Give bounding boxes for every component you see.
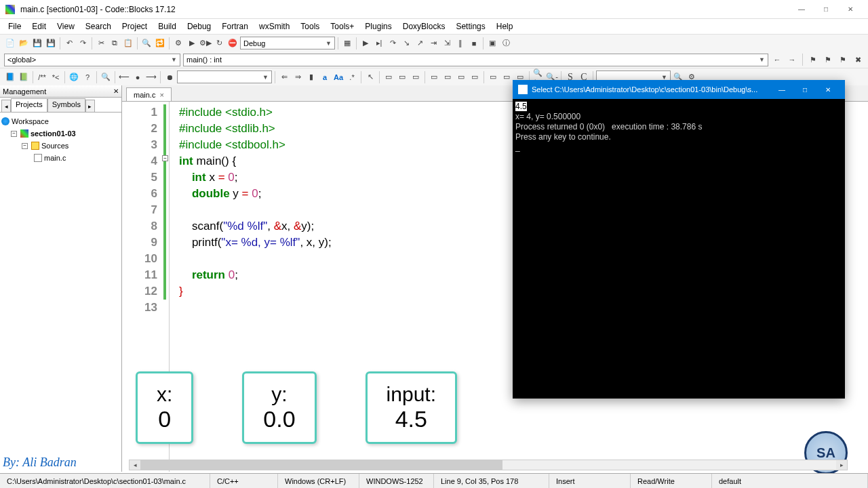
menu-view[interactable]: View	[52, 20, 80, 33]
console-window[interactable]: Select C:\Users\Administrator\Desktop\c\…	[513, 80, 845, 399]
build-run-icon[interactable]: ⚙▶	[199, 37, 212, 49]
tab-symbols[interactable]: Symbols	[47, 98, 85, 112]
fold-icon[interactable]: −	[162, 155, 168, 161]
doxy-run-icon[interactable]: 📗	[18, 71, 30, 83]
menu-doxyblocks[interactable]: DoxyBlocks	[397, 20, 451, 33]
abort-icon[interactable]: ⛔	[226, 37, 239, 49]
select-icon[interactable]: ↖	[364, 71, 376, 83]
debug-toggle-icon[interactable]: ▦	[341, 37, 353, 49]
cut-icon[interactable]: ✂	[95, 37, 107, 49]
doxy-html-icon[interactable]: 🌐	[68, 71, 80, 83]
comment-block-icon[interactable]: /**	[36, 71, 48, 83]
build-icon[interactable]: ⚙	[172, 37, 184, 49]
collapse-icon[interactable]: −	[11, 131, 17, 137]
block8-icon[interactable]: ▭	[487, 71, 499, 83]
regex-icon[interactable]: .*	[346, 71, 358, 83]
menu-wxsmith[interactable]: wxSmith	[254, 20, 295, 33]
jump-back-icon[interactable]: ⟵	[118, 71, 130, 83]
console-close[interactable]: ✕	[816, 82, 840, 97]
console-output[interactable]: 4.5 x= 4, y= 0.500000 Process returned 0…	[513, 99, 845, 155]
console-maximize[interactable]: □	[793, 82, 816, 97]
menu-build[interactable]: Build	[153, 20, 182, 33]
highlight-icon[interactable]: ▮	[305, 71, 317, 83]
undo-icon[interactable]: ↶	[63, 37, 75, 49]
tree-project[interactable]: − section01-03	[1, 127, 120, 140]
arrow-right-icon[interactable]: ⇒	[292, 71, 304, 83]
tab-scroll-right[interactable]: ▸	[85, 100, 95, 112]
panel-close-icon[interactable]: ✕	[113, 87, 119, 95]
redo-icon[interactable]: ↷	[77, 37, 89, 49]
snippet-combo[interactable]: ▼	[177, 70, 272, 83]
break-icon[interactable]: ‖	[454, 37, 467, 49]
menu-toolsplus[interactable]: Tools+	[325, 20, 359, 33]
editor-hscrollbar[interactable]: ◂ ▸	[129, 460, 848, 470]
block9-icon[interactable]: ▭	[500, 71, 513, 83]
console-titlebar[interactable]: Select C:\Users\Administrator\Desktop\c\…	[513, 80, 845, 99]
bookmark-icon[interactable]: ⚑	[807, 54, 819, 66]
file-tab-main[interactable]: main.c ×	[126, 87, 172, 101]
jump-fwd-icon[interactable]: ⟶	[145, 71, 157, 83]
step-over-icon[interactable]: ↷	[387, 37, 399, 49]
block6-icon[interactable]: ▭	[455, 71, 467, 83]
close-button[interactable]: ✕	[838, 1, 863, 18]
scroll-track[interactable]	[140, 460, 836, 470]
new-file-icon[interactable]: 📄	[4, 37, 16, 49]
tab-scroll-left[interactable]: ◂	[1, 100, 11, 112]
block5-icon[interactable]: ▭	[441, 71, 454, 83]
replace-icon[interactable]: 🔁	[154, 37, 166, 49]
debug-windows-icon[interactable]: ▣	[486, 37, 498, 49]
paste-icon[interactable]: 📋	[122, 37, 134, 49]
next-instr-icon[interactable]: ⇥	[427, 37, 439, 49]
save-icon[interactable]: 💾	[31, 37, 43, 49]
tree-folder-sources[interactable]: − Sources	[1, 140, 120, 152]
doxy-help-icon[interactable]: ?	[81, 71, 94, 83]
menu-plugins[interactable]: Plugins	[359, 20, 397, 33]
function-combo[interactable]: main() : int ▼	[183, 54, 768, 66]
step-instr-icon[interactable]: ⇲	[441, 37, 453, 49]
stop-icon[interactable]: ■	[468, 37, 480, 49]
menu-edit[interactable]: Edit	[26, 20, 52, 33]
tree-file-main[interactable]: main.c	[1, 152, 120, 164]
doxy-icon[interactable]: 📘	[4, 71, 16, 83]
menu-help[interactable]: Help	[491, 20, 519, 33]
letter-a-icon[interactable]: a	[319, 71, 331, 83]
bookmark-clear-icon[interactable]: ✖	[852, 54, 864, 66]
menu-debug[interactable]: Debug	[182, 20, 216, 33]
scroll-thumb[interactable]	[140, 460, 502, 470]
block2-icon[interactable]: ▭	[396, 71, 408, 83]
nav-back-icon[interactable]: ←	[771, 54, 783, 66]
search-tool-icon[interactable]: 🔍	[100, 71, 112, 83]
maximize-button[interactable]: □	[814, 1, 838, 18]
menu-tools[interactable]: Tools	[295, 20, 325, 33]
save-all-icon[interactable]: 💾	[45, 37, 57, 49]
tree-workspace[interactable]: Workspace	[1, 115, 120, 127]
find-icon[interactable]: 🔍	[140, 37, 153, 49]
scroll-right-icon[interactable]: ▸	[836, 460, 847, 470]
arrow-left-icon[interactable]: ⇐	[278, 71, 290, 83]
nav-fwd-icon[interactable]: →	[786, 54, 798, 66]
build-target-combo[interactable]: Debug ▼	[240, 37, 335, 49]
tab-close-icon[interactable]: ×	[159, 91, 163, 99]
jump-dot-icon[interactable]: ●	[132, 71, 144, 83]
run-icon[interactable]: ▶	[186, 37, 198, 49]
bookmark-prev-icon[interactable]: ⚑	[822, 54, 834, 66]
menu-file[interactable]: File	[3, 20, 26, 33]
step-out-icon[interactable]: ↗	[414, 37, 426, 49]
block7-icon[interactable]: ▭	[469, 71, 481, 83]
open-file-icon[interactable]: 📂	[18, 37, 30, 49]
step-into-icon[interactable]: ↘	[400, 37, 412, 49]
letter-aa-icon[interactable]: Aa	[332, 71, 344, 83]
console-minimize[interactable]: —	[770, 82, 793, 97]
minimize-button[interactable]: —	[789, 1, 814, 18]
rebuild-icon[interactable]: ↻	[213, 37, 225, 49]
collapse-icon[interactable]: −	[22, 143, 28, 149]
debug-start-icon[interactable]: ▶	[359, 37, 372, 49]
menu-settings[interactable]: Settings	[450, 20, 490, 33]
block4-icon[interactable]: ▭	[428, 71, 440, 83]
block1-icon[interactable]: ▭	[382, 71, 395, 83]
info-icon[interactable]: ⓘ	[500, 37, 512, 49]
record-icon[interactable]: ⏺	[163, 71, 176, 83]
block3-icon[interactable]: ▭	[410, 71, 422, 83]
menu-search[interactable]: Search	[80, 20, 117, 33]
bookmark-next-icon[interactable]: ⚑	[837, 54, 849, 66]
